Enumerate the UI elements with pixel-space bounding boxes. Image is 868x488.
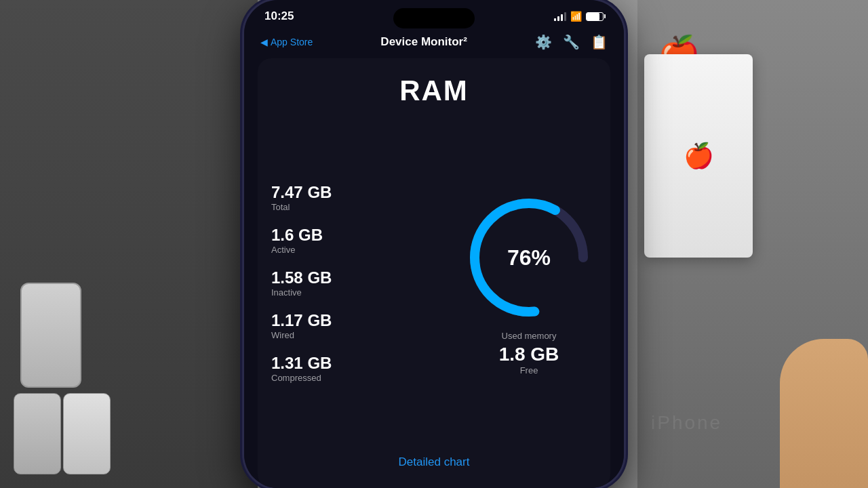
status-time: 10:25 [264, 9, 294, 23]
stat-compressed: 1.31 GB Compressed [271, 354, 454, 383]
ram-title: RAM [399, 75, 469, 107]
gauge-container: 76% [461, 190, 597, 325]
battery-icon [586, 12, 604, 21]
nav-action-icons: ⚙️ 🔧 📋 [535, 34, 608, 50]
stat-inactive: 1.58 GB Inactive [271, 268, 454, 298]
settings-icon[interactable]: ⚙️ [535, 34, 552, 50]
stat-compressed-value: 1.31 GB [271, 354, 454, 373]
phone-frame: 10:25 📶 ◀ App [244, 0, 624, 488]
hand [780, 339, 868, 488]
stat-wired: 1.17 GB Wired [271, 311, 454, 340]
back-label: App Store [271, 37, 313, 47]
nav-bar: ◀ App Store Device Monitor² ⚙️ 🔧 📋 [244, 28, 624, 58]
stats-list: 7.47 GB Total 1.6 GB Active 1.58 GB Inac… [271, 183, 454, 383]
stat-total-label: Total [271, 202, 454, 212]
stat-inactive-value: 1.58 GB [271, 268, 454, 287]
background-left [0, 0, 258, 488]
doc-icon[interactable]: 📋 [591, 34, 608, 50]
stat-total: 7.47 GB Total [271, 183, 454, 212]
nav-title: Device Monitor² [380, 35, 467, 49]
stat-active-value: 1.6 GB [271, 226, 454, 245]
free-label: Free [499, 365, 559, 375]
stats-gauge-row: 7.47 GB Total 1.6 GB Active 1.58 GB Inac… [271, 121, 597, 445]
used-memory-label: Used memory [499, 331, 559, 341]
stat-wired-label: Wired [271, 330, 454, 340]
dynamic-island [393, 8, 475, 28]
content-card: RAM 7.47 GB Total 1.6 GB Active [258, 58, 610, 488]
status-icons: 📶 [554, 11, 604, 22]
free-value: 1.8 GB [499, 344, 559, 365]
gauge-info: Used memory 1.8 GB Free [499, 331, 559, 375]
signal-icon [554, 12, 566, 21]
stat-wired-value: 1.17 GB [271, 311, 454, 330]
wifi-icon: 📶 [570, 11, 582, 22]
gauge-percent: 76% [507, 245, 551, 270]
background-right: 🍎 iPhone 🍎 [637, 0, 868, 488]
iphone-box-label: iPhone [651, 412, 722, 434]
scene: 🍎 iPhone 🍎 10:25 📶 [0, 0, 868, 488]
detailed-chart-button[interactable]: Detailed chart [399, 455, 470, 469]
back-arrow-icon: ◀ [260, 37, 268, 47]
stat-active: 1.6 GB Active [271, 226, 454, 255]
main-content: RAM 7.47 GB Total 1.6 GB Active [244, 58, 624, 488]
stat-compressed-label: Compressed [271, 373, 454, 383]
stat-total-value: 7.47 GB [271, 183, 454, 202]
back-button[interactable]: ◀ App Store [260, 37, 313, 47]
gauge-center: 76% [507, 245, 551, 270]
stat-active-label: Active [271, 245, 454, 255]
stat-inactive-label: Inactive [271, 287, 454, 298]
tools-icon[interactable]: 🔧 [563, 34, 580, 50]
gauge-section: 76% Used memory 1.8 GB Free [461, 190, 597, 375]
